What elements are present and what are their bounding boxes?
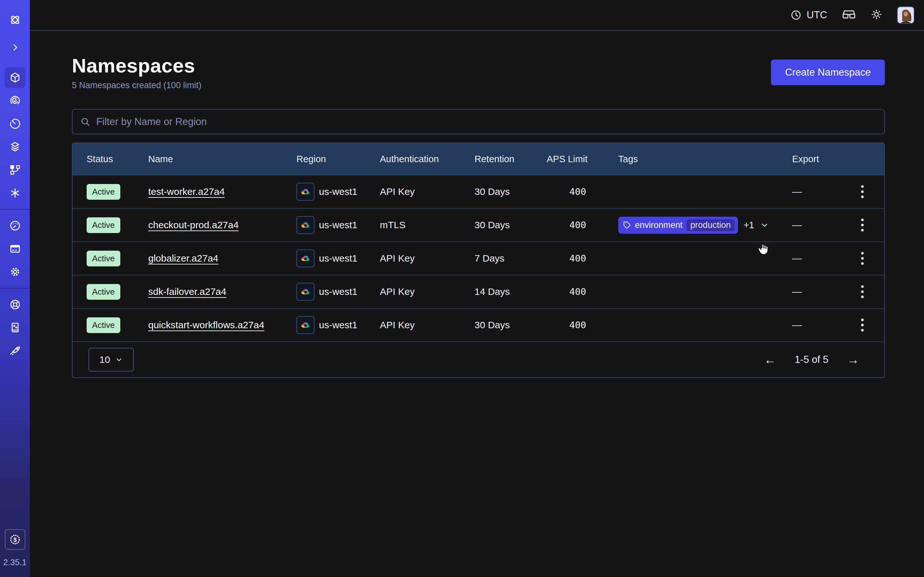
row-actions-kebab-menu[interactable]: [859, 284, 866, 300]
chevron-down-icon: [115, 356, 123, 364]
retention-cell: 30 Days: [475, 186, 547, 197]
namespace-link[interactable]: quickstart-workflows.a27a4: [148, 319, 264, 330]
timezone-control[interactable]: UTC: [790, 9, 827, 21]
sidebar-item-usage[interactable]: [5, 215, 25, 236]
namespace-link[interactable]: globalizer.a27a4: [148, 253, 218, 263]
reader-mode-button[interactable]: [842, 9, 856, 21]
sidebar-item-settings[interactable]: [5, 261, 25, 282]
sidebar-item-nexus[interactable]: [5, 183, 25, 203]
next-page-button[interactable]: →: [847, 354, 859, 366]
sidebar-item-task-queues[interactable]: [5, 137, 25, 157]
tag-badge[interactable]: environment production: [618, 217, 738, 234]
docs-book-icon: [9, 322, 21, 334]
retention-cell: 30 Days: [475, 319, 547, 330]
prev-page-button[interactable]: ←: [764, 354, 776, 366]
table-row: Active checkout-prod.a27a4 us-west1 mTLS…: [73, 208, 884, 242]
name-cell: checkout-prod.a27a4: [148, 219, 296, 230]
usage-dollar-badge-icon: $: [9, 533, 21, 546]
sidebar-item-namespaces[interactable]: [5, 67, 25, 88]
export-cell: —: [792, 317, 884, 334]
sidebar-divider: [0, 209, 30, 210]
topbar: UTC: [30, 0, 924, 31]
sidebar-item-deployments[interactable]: [5, 160, 25, 180]
tags-expand-chevron-icon[interactable]: [760, 221, 769, 229]
sidebar-item-billing[interactable]: [5, 239, 25, 259]
sidebar-expand-chevron-icon[interactable]: [5, 37, 25, 58]
column-header-tags: Tags: [618, 154, 792, 164]
search-input[interactable]: [96, 116, 877, 127]
table-body: Active test-worker.a27a4 us-west1 API Ke…: [73, 175, 884, 342]
avatar[interactable]: [897, 6, 914, 24]
tag-key: environment: [635, 220, 683, 230]
support-lifebuoy-icon: [9, 298, 21, 311]
temporal-logo[interactable]: [5, 10, 25, 30]
sidebar-item-schedules[interactable]: [5, 113, 25, 134]
tags-cell: environment production +1: [618, 217, 792, 234]
row-actions-kebab-menu[interactable]: [859, 183, 866, 200]
region-label: us-west1: [319, 286, 357, 297]
table-row: Active globalizer.a27a4 us-west1 API Key…: [73, 242, 884, 275]
retention-cell: 14 Days: [475, 286, 547, 297]
sidebar: $ 2.35.1: [0, 0, 30, 577]
app-version: 2.35.1: [3, 558, 26, 567]
export-cell: —: [792, 183, 884, 200]
sun-icon: [871, 9, 882, 20]
status-badge: Active: [87, 251, 120, 266]
namespace-link[interactable]: sdk-failover.a27a4: [148, 286, 226, 297]
row-actions-kebab-menu[interactable]: [859, 217, 866, 234]
queues-layers-icon: [9, 141, 21, 153]
aps-limit-cell: 400: [547, 186, 618, 197]
region-cell: us-west1: [296, 216, 380, 234]
export-cell: —: [792, 284, 884, 300]
column-header-name: Name: [148, 154, 296, 164]
export-value: —: [792, 286, 802, 297]
gcp-cloud-icon: [296, 316, 314, 334]
region-label: us-west1: [319, 319, 357, 330]
svg-text:$: $: [13, 537, 16, 543]
status-badge: Active: [87, 184, 120, 200]
gcp-cloud-icon: [296, 183, 314, 201]
gcp-cloud-icon: [296, 283, 314, 301]
theme-toggle-button[interactable]: [871, 9, 882, 21]
table-row: Active sdk-failover.a27a4 us-west1 API K…: [73, 275, 884, 308]
namespace-link[interactable]: checkout-prod.a27a4: [148, 219, 239, 230]
table-footer: 10 ← 1-5 of 5 →: [73, 342, 884, 377]
name-cell: sdk-failover.a27a4: [148, 286, 296, 297]
column-header-export: Export: [792, 154, 884, 164]
namespace-link[interactable]: test-worker.a27a4: [148, 186, 225, 197]
usage-gauge-icon: [9, 219, 21, 232]
region-label: us-west1: [319, 219, 357, 230]
export-value: —: [792, 253, 802, 264]
column-header-aps-limit: APS Limit: [547, 154, 618, 164]
schedules-timer-icon: [9, 118, 21, 130]
region-cell: us-west1: [296, 283, 380, 301]
row-actions-kebab-menu[interactable]: [859, 317, 866, 334]
aps-limit-cell: 400: [547, 219, 618, 230]
page-range-label: 1-5 of 5: [795, 354, 829, 366]
sidebar-item-workflows[interactable]: [5, 90, 25, 111]
getting-started-rocket-icon: [9, 345, 21, 357]
page-size-select[interactable]: 10: [89, 348, 134, 372]
region-label: us-west1: [319, 186, 357, 197]
row-actions-kebab-menu[interactable]: [859, 250, 866, 267]
nexus-asterisk-icon: [9, 187, 21, 199]
name-cell: test-worker.a27a4: [148, 186, 296, 197]
namespaces-table: Status Name Region Authentication Retent…: [72, 143, 885, 378]
settings-gear-icon: [9, 266, 21, 278]
auth-cell: API Key: [380, 286, 475, 297]
retention-cell: 30 Days: [475, 219, 547, 230]
sidebar-usage-badge[interactable]: $: [5, 529, 25, 550]
sidebar-divider: [0, 288, 30, 288]
clock-icon: [790, 9, 802, 21]
main-content: Namespaces 5 Namespaces created (100 lim…: [30, 31, 924, 378]
tag-icon: [623, 221, 631, 229]
name-cell: quickstart-workflows.a27a4: [148, 319, 296, 330]
create-namespace-button[interactable]: Create Namespace: [771, 60, 885, 85]
sidebar-item-docs[interactable]: [5, 318, 25, 338]
retention-cell: 7 Days: [475, 253, 547, 264]
column-header-status: Status: [73, 154, 148, 164]
gcp-cloud-icon: [296, 250, 314, 268]
sidebar-item-support[interactable]: [5, 294, 25, 315]
auth-cell: API Key: [380, 319, 475, 330]
sidebar-item-getting-started[interactable]: [5, 340, 25, 361]
